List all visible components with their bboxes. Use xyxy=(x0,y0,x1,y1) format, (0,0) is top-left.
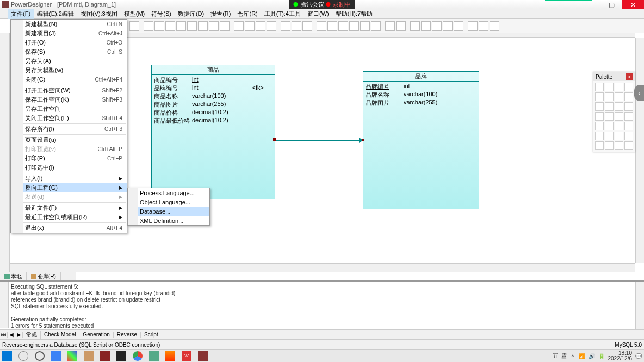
output-tab[interactable]: Reverse xyxy=(114,332,141,338)
palette-tool[interactable] xyxy=(624,112,633,121)
palette-tool[interactable] xyxy=(624,92,633,101)
toolbar-button[interactable] xyxy=(371,21,381,31)
toolbar-button[interactable] xyxy=(187,21,197,31)
search-icon[interactable] xyxy=(18,351,28,361)
toolbar-button[interactable] xyxy=(267,21,276,31)
menu-item[interactable]: 关闭(C)Ctrl+Alt+F4 xyxy=(11,75,127,84)
maximize-button[interactable]: ▢ xyxy=(600,0,622,9)
palette-tool[interactable] xyxy=(615,132,623,140)
menu-item[interactable]: 关闭工作空间(E)Shift+F4 xyxy=(11,114,127,123)
output-tab[interactable]: Generation xyxy=(79,332,113,338)
menu-item[interactable]: 仓库(R) xyxy=(234,9,261,19)
toolbar-button[interactable] xyxy=(338,21,348,31)
nav-next[interactable]: ▶ xyxy=(15,332,23,338)
nav-first[interactable]: ⏮ xyxy=(0,332,8,338)
toolbar-button[interactable] xyxy=(198,21,208,31)
output-scrollbar[interactable] xyxy=(635,282,644,329)
palette-tool[interactable] xyxy=(605,132,614,140)
tab-local[interactable]: 本地 xyxy=(0,272,27,280)
app-icon-5[interactable] xyxy=(149,351,159,361)
close-button[interactable]: ✕ xyxy=(622,0,644,9)
toolbar-button[interactable] xyxy=(396,21,406,31)
toolbar-button[interactable] xyxy=(144,21,153,31)
palette-tool[interactable] xyxy=(595,122,604,130)
menu-item[interactable]: 保存所有(l)Ctrl+F3 xyxy=(11,124,127,134)
menu-item[interactable]: 文件(F) xyxy=(8,9,34,19)
menu-item[interactable]: 最近文件(F)▶ xyxy=(11,203,127,213)
toolbar-button[interactable] xyxy=(454,21,463,31)
palette-tool[interactable] xyxy=(595,132,604,140)
app-icon-2[interactable] xyxy=(67,351,77,361)
sound-icon[interactable]: 🔊 xyxy=(589,353,595,359)
scrollbar-horizontal[interactable] xyxy=(10,263,635,272)
palette-tool[interactable] xyxy=(595,92,604,101)
palette-tool[interactable] xyxy=(605,83,614,91)
entity-brand[interactable]: 品牌 品牌编号int品牌名称varchar(100)品牌图片varchar(25… xyxy=(363,71,479,209)
menu-item[interactable]: 打印(P)Ctrl+P xyxy=(11,154,127,163)
submenu-item[interactable]: Database... xyxy=(128,207,209,216)
palette-tool[interactable] xyxy=(615,92,623,101)
menu-item[interactable]: 保存(S)Ctrl+S xyxy=(11,47,127,57)
submenu-item[interactable]: Object Language... xyxy=(128,197,209,207)
palette-tool[interactable] xyxy=(615,141,623,150)
palette-tool[interactable] xyxy=(595,83,604,91)
scrollbar-vertical[interactable] xyxy=(635,38,644,263)
menu-item[interactable]: 另存工作空间 xyxy=(11,104,127,114)
toolbar-button[interactable] xyxy=(129,21,139,31)
palette-header[interactable]: Palette x xyxy=(593,72,635,81)
palette-tool[interactable] xyxy=(624,83,633,91)
cortana-icon[interactable] xyxy=(35,351,45,361)
app-icon-3[interactable] xyxy=(84,351,94,361)
menu-item[interactable]: 窗口(W) xyxy=(304,9,332,19)
notification-icon[interactable]: 💬 xyxy=(635,353,642,359)
toolbar-button[interactable] xyxy=(220,21,230,31)
toolbar-button[interactable] xyxy=(234,21,244,31)
nav-prev[interactable]: ◀ xyxy=(8,332,15,338)
palette-tool[interactable] xyxy=(605,122,614,130)
panel-collapse-handle[interactable]: ‹ xyxy=(634,85,644,101)
tab-repository[interactable]: 仓库(R) xyxy=(27,272,61,280)
submenu-item[interactable]: Process Language... xyxy=(128,188,209,197)
toolbar-button[interactable] xyxy=(302,21,312,31)
tray-icon[interactable]: ㅅ xyxy=(570,352,575,360)
chrome-icon[interactable] xyxy=(133,351,143,361)
output-tab[interactable]: Script xyxy=(141,332,162,338)
toolbar-button[interactable] xyxy=(385,21,395,31)
palette-tool[interactable] xyxy=(615,83,623,91)
palette-close-icon[interactable]: x xyxy=(626,73,633,80)
menu-item[interactable]: 导入(I)▶ xyxy=(11,174,127,183)
menu-item[interactable]: 帮助(H):7帮助 xyxy=(332,9,376,19)
clock[interactable]: 18:10 2022/12/6 xyxy=(608,351,633,361)
menu-item[interactable]: 编辑(E):2编辑 xyxy=(34,9,77,19)
palette-tool[interactable] xyxy=(615,102,623,111)
palette-tool[interactable] xyxy=(624,141,633,150)
tray-icon[interactable]: 五 xyxy=(553,352,558,360)
toolbar-button[interactable] xyxy=(432,21,442,31)
palette-tool[interactable] xyxy=(605,92,614,101)
app-icon-6[interactable] xyxy=(165,351,175,361)
relationship-arrow[interactable] xyxy=(275,140,363,141)
menu-item[interactable]: 打印预览(v)Ctrl+Alt+P xyxy=(11,145,127,154)
menu-item[interactable]: 数据库(D) xyxy=(175,9,207,19)
palette-tool[interactable] xyxy=(624,122,633,130)
menu-item[interactable]: 报告(R) xyxy=(207,9,234,19)
toolbar-button[interactable] xyxy=(468,21,478,31)
toolbar-button[interactable] xyxy=(421,21,431,31)
menu-item[interactable]: 发送(d)▶ xyxy=(11,192,127,202)
toolbar-button[interactable] xyxy=(256,21,265,31)
palette-tool[interactable] xyxy=(605,102,614,111)
toolbar-button[interactable] xyxy=(360,21,370,31)
menu-item[interactable]: 打印选中(l) xyxy=(11,163,127,172)
menu-item[interactable]: 退出(x)Alt+F4 xyxy=(11,223,127,233)
toolbar-button[interactable] xyxy=(349,21,359,31)
tray-icon[interactable]: 霯 xyxy=(561,352,567,360)
menu-item[interactable]: 另存为(A) xyxy=(11,57,127,66)
app-icon-1[interactable] xyxy=(51,351,61,361)
toolbar-button[interactable] xyxy=(165,21,175,31)
output-tab[interactable]: Check Model xyxy=(41,332,79,338)
terminal-icon[interactable] xyxy=(116,351,126,361)
palette-tool[interactable] xyxy=(615,122,623,130)
app-icon-4[interactable] xyxy=(100,351,110,361)
menu-item[interactable]: 新建项目(J)Ctrl+Alt+J xyxy=(11,29,127,38)
palette-tool[interactable] xyxy=(605,141,614,150)
